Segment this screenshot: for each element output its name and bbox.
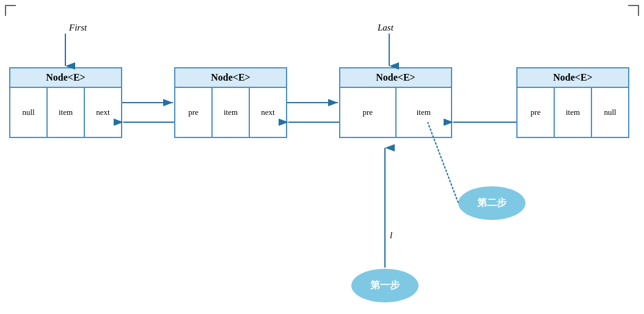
node-2-header: Node<E> (175, 68, 286, 88)
node-3-header: Node<E> (340, 68, 451, 88)
node-2: Node<E> pre item next (174, 67, 287, 138)
node-4: Node<E> pre item null (516, 67, 629, 138)
l-label: l (390, 230, 392, 240)
node-3-cell-item: item (397, 88, 452, 137)
node-3: Node<E> pre item (339, 67, 452, 138)
node-1-cell-item: item (48, 88, 85, 137)
node-4-cell-null: null (592, 88, 628, 137)
node-2-cell-pre: pre (175, 88, 213, 137)
node-1-header: Node<E> (10, 68, 121, 88)
node-4-header: Node<E> (518, 68, 628, 88)
diagram: Node<E> null item next Node<E> pre item … (0, 0, 644, 314)
node-2-cells: pre item next (175, 88, 286, 137)
node-2-cell-next: next (250, 88, 286, 137)
node-4-cell-item: item (555, 88, 592, 137)
node-1: Node<E> null item next (9, 67, 122, 138)
node-1-cell-next: next (85, 88, 121, 137)
corner-tl-decoration (5, 5, 16, 16)
step-1-bubble: 第一步 (351, 269, 419, 302)
last-label: Last (377, 23, 394, 32)
node-4-cell-pre: pre (518, 88, 555, 137)
step-2-label: 第二步 (477, 197, 507, 210)
node-1-cell-null: null (10, 88, 48, 137)
node-4-cells: pre item null (518, 88, 628, 137)
corner-tr-decoration (628, 5, 639, 16)
first-label: First (68, 23, 87, 32)
node-3-cells: pre item (340, 88, 451, 137)
arrows-svg: First Last l (0, 0, 644, 314)
node-3-cell-pre: pre (340, 88, 397, 137)
step-2-bubble: 第二步 (458, 186, 525, 220)
step-1-label: 第一步 (370, 279, 400, 292)
node-1-cells: null item next (10, 88, 121, 137)
node-2-cell-item: item (213, 88, 250, 137)
